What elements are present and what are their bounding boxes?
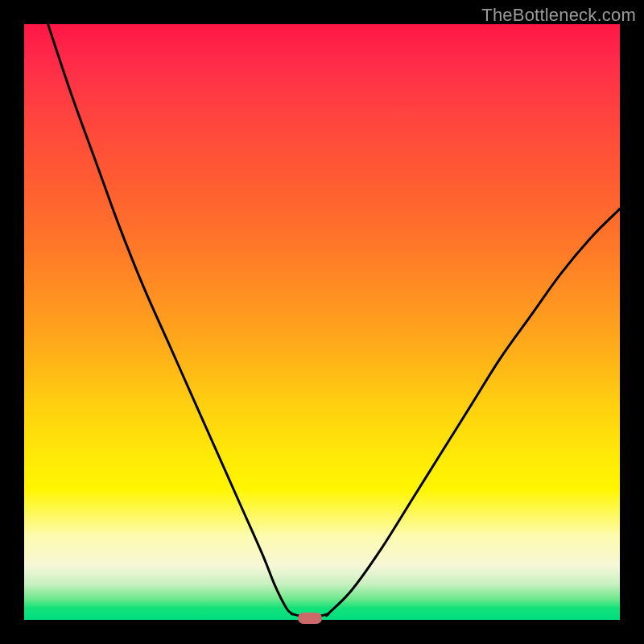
- bottleneck-curve: [48, 24, 620, 617]
- curve-svg: [24, 24, 620, 620]
- optimum-marker: [298, 613, 322, 624]
- chart-container: TheBottleneck.com: [0, 0, 644, 644]
- watermark-text: TheBottleneck.com: [481, 5, 636, 26]
- plot-area: [24, 24, 620, 620]
